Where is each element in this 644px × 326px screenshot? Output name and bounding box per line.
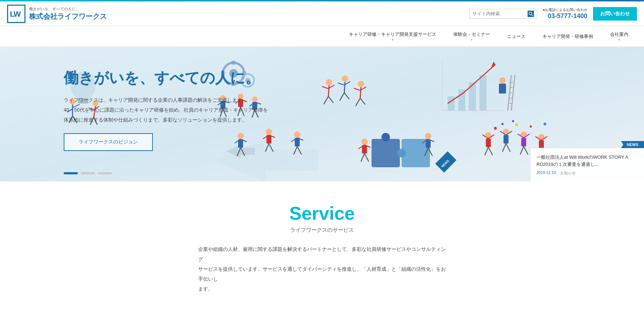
slide-dot-3[interactable] <box>98 172 112 174</box>
news-category: お知らせ <box>560 170 576 176</box>
svg-rect-71 <box>499 84 506 94</box>
nav-item-cases[interactable]: キャリア開発・研修事例 <box>534 28 602 45</box>
svg-point-145 <box>512 120 514 122</box>
service-title-japanese: ライフワークスのサービス <box>7 227 637 234</box>
svg-point-142 <box>515 123 518 126</box>
svg-point-51 <box>342 75 348 82</box>
svg-point-70 <box>499 77 506 84</box>
search-area <box>469 9 537 19</box>
service-title-english: Service <box>7 203 637 224</box>
svg-line-58 <box>360 87 361 98</box>
svg-line-3 <box>531 15 533 16</box>
phone-area: ●お電話によるお問い合わせ 03-5777-1400 <box>543 7 587 20</box>
nav-item-seminar[interactable]: 体験会・セミナー ▼ <box>445 26 499 46</box>
svg-point-103 <box>397 149 406 157</box>
svg-point-144 <box>544 123 546 125</box>
hero-section: NEWS 働きがいを、すべての人に。 ライフワークスは、キャリア開発に関する企業… <box>0 47 644 181</box>
news-title: 一般社団法人at Will WorkのWORK STORY ARD2019の１次… <box>536 154 638 168</box>
svg-rect-129 <box>521 138 526 146</box>
hero-vision-button[interactable]: ライフワークスのビジョン <box>64 133 153 151</box>
news-ribbon-label: NEWS <box>621 141 644 148</box>
svg-point-104 <box>361 139 368 145</box>
logo-company-name: 株式会社ライフワークス <box>29 12 107 21</box>
svg-point-45 <box>326 79 332 85</box>
nav-arrow-seminar: ▼ <box>470 38 473 41</box>
svg-rect-65 <box>448 96 455 111</box>
svg-point-100 <box>381 133 390 141</box>
nav-arrow-career: ▼ <box>391 38 394 41</box>
news-date: 2019.12.10 <box>536 170 556 176</box>
nav-item-career[interactable]: キャリア研修・キャリア開発支援サービス ▼ <box>340 26 445 46</box>
logo-text: 働きがいを、すべての人に。 株式会社ライフワークス <box>29 6 107 21</box>
slide-dot-2[interactable] <box>81 172 95 174</box>
svg-line-52 <box>344 82 345 93</box>
contact-button[interactable]: お問い合わせ <box>593 7 637 21</box>
hero-title: 働きがいを、すべての人に。 <box>64 68 268 88</box>
main-nav: キャリア研修・キャリア開発支援サービス ▼ 体験会・セミナー ▼ ニュース キャ… <box>0 26 644 47</box>
search-icon[interactable] <box>528 11 534 17</box>
svg-point-93 <box>294 131 300 138</box>
news-badge: NEWS 一般社団法人at Will WorkのWORK STORY ARD20… <box>531 148 644 181</box>
slide-indicators <box>64 172 112 174</box>
search-input[interactable] <box>472 11 525 16</box>
site-header: LW 働きがいを、すべての人に。 株式会社ライフワークス ●お電話によるお問い合… <box>0 1 644 26</box>
svg-point-143 <box>530 125 532 128</box>
hero-description: ライフワークスは、キャリア開発に関する企業の人事課題の解決をご支援します。 40… <box>64 95 268 125</box>
nav-item-about[interactable]: 会社案内 ▼ <box>602 26 637 46</box>
svg-point-2 <box>529 12 532 15</box>
svg-rect-99 <box>372 139 400 167</box>
phone-label: ●お電話によるお問い合わせ <box>543 7 587 12</box>
svg-rect-117 <box>486 139 491 147</box>
svg-rect-68 <box>479 75 487 111</box>
svg-rect-123 <box>504 135 508 144</box>
nav-arrow-about: ▼ <box>618 38 621 41</box>
svg-point-110 <box>425 133 431 139</box>
news-meta: 2019.12.10 お知らせ <box>536 170 638 176</box>
header-right: ●お電話によるお問い合わせ 03-5777-1400 お問い合わせ <box>469 7 637 21</box>
logo-icon: LW <box>7 5 25 23</box>
slide-dot-1[interactable] <box>64 172 78 174</box>
hero-text-content: 働きがいを、すべての人に。 ライフワークスは、キャリア開発に関する企業の人事課題… <box>64 68 268 151</box>
phone-number: 03-5777-1400 <box>543 12 587 20</box>
service-section: Service ライフワークスのサービス 企業や組織の人材、雇用に関する課題を解… <box>0 181 644 308</box>
service-description: 企業や組織の人材、雇用に関する課題を解決するパートナーとして、多彩な社員研修サー… <box>198 244 446 294</box>
svg-rect-21 <box>231 61 236 64</box>
logo-tagline: 働きがいを、すべての人に。 <box>29 6 107 12</box>
svg-point-141 <box>501 123 504 125</box>
svg-text:LW: LW <box>10 10 21 18</box>
svg-line-46 <box>328 85 329 96</box>
nav-item-news[interactable]: ニュース <box>499 28 534 45</box>
svg-point-57 <box>358 81 364 87</box>
logo-area: LW 働きがいを、すべての人に。 株式会社ライフワークス <box>7 5 107 23</box>
svg-point-140 <box>494 127 497 130</box>
